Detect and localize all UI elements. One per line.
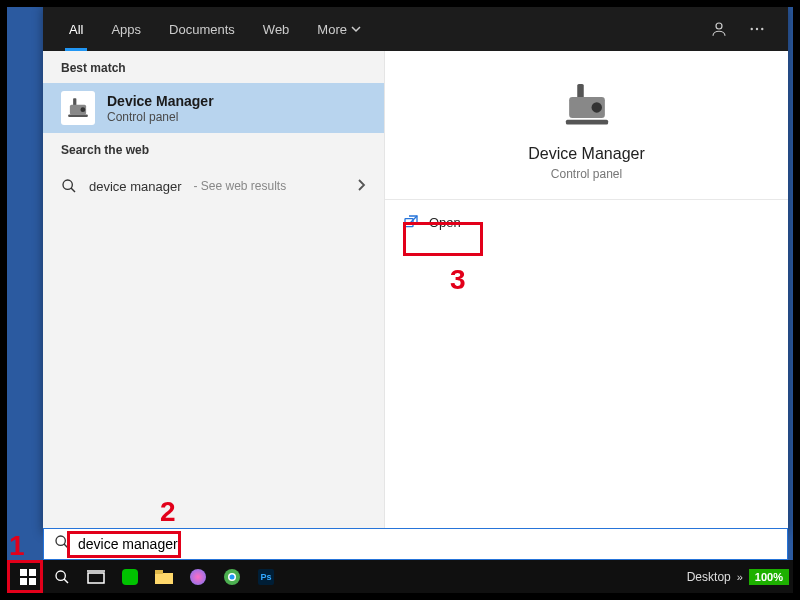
- svg-rect-20: [29, 578, 36, 585]
- web-result-hint: - See web results: [194, 179, 287, 193]
- desktop-label[interactable]: Desktop: [687, 570, 731, 584]
- svg-point-3: [761, 28, 763, 30]
- open-label: Open: [429, 215, 461, 230]
- preview-title: Device Manager: [528, 145, 645, 163]
- more-options-icon[interactable]: [738, 7, 776, 51]
- search-tab-bar: All Apps Documents Web More: [43, 7, 788, 51]
- svg-point-8: [63, 180, 72, 189]
- svg-line-16: [64, 544, 68, 548]
- best-match-header: Best match: [43, 51, 384, 83]
- svg-rect-13: [565, 120, 607, 125]
- svg-rect-18: [29, 569, 36, 576]
- search-input-bar[interactable]: [43, 528, 788, 560]
- tab-web[interactable]: Web: [249, 7, 304, 51]
- tab-documents[interactable]: Documents: [155, 7, 249, 51]
- svg-point-21: [56, 571, 65, 580]
- task-view-button[interactable]: [79, 560, 113, 593]
- svg-line-9: [71, 188, 75, 192]
- svg-point-15: [56, 536, 65, 545]
- search-input[interactable]: [78, 536, 777, 552]
- feedback-icon[interactable]: [700, 7, 738, 51]
- svg-point-0: [716, 23, 722, 29]
- tab-all[interactable]: All: [55, 7, 97, 51]
- search-icon: [61, 178, 77, 194]
- taskbar-app-photoshop[interactable]: Ps: [249, 560, 283, 593]
- open-icon: [403, 214, 419, 230]
- taskbar-app-line[interactable]: [113, 560, 147, 593]
- svg-rect-17: [20, 569, 27, 576]
- device-manager-icon: [61, 91, 95, 125]
- svg-point-1: [751, 28, 753, 30]
- svg-line-22: [64, 579, 68, 583]
- svg-rect-23: [88, 573, 104, 583]
- preview-subtitle: Control panel: [551, 167, 622, 181]
- taskbar: Ps Desktop » 100%: [7, 560, 793, 593]
- best-match-device-manager[interactable]: Device Manager Control panel: [43, 83, 384, 133]
- search-bar-icon: [54, 534, 70, 554]
- web-result-query: device manager: [89, 179, 182, 194]
- svg-point-12: [591, 102, 601, 112]
- tray-chevron-icon[interactable]: »: [737, 571, 743, 583]
- chevron-right-icon: [356, 177, 366, 195]
- web-result-item[interactable]: device manager - See web results: [43, 165, 384, 207]
- svg-rect-14: [405, 219, 413, 227]
- tab-apps-label: Apps: [111, 22, 141, 37]
- best-match-subtitle: Control panel: [107, 110, 214, 124]
- svg-point-6: [80, 107, 85, 112]
- taskbar-app-chrome[interactable]: [215, 560, 249, 593]
- svg-point-29: [230, 574, 235, 579]
- tab-more-label: More: [317, 22, 347, 37]
- results-preview-column: Device Manager Control panel Open: [385, 51, 788, 533]
- svg-rect-26: [155, 570, 163, 574]
- open-action[interactable]: Open: [385, 200, 788, 244]
- start-button[interactable]: [11, 560, 45, 593]
- svg-rect-25: [155, 573, 173, 584]
- taskbar-app-explorer[interactable]: [147, 560, 181, 593]
- battery-indicator: 100%: [749, 569, 789, 585]
- results-left-column: Best match Device Manager Control panel: [43, 51, 385, 533]
- tab-documents-label: Documents: [169, 22, 235, 37]
- taskbar-search-button[interactable]: [45, 560, 79, 593]
- start-search-panel: All Apps Documents Web More Best match: [43, 7, 788, 533]
- tab-more[interactable]: More: [303, 7, 375, 51]
- search-web-header: Search the web: [43, 133, 384, 165]
- best-match-title: Device Manager: [107, 93, 214, 109]
- chevron-down-icon: [351, 24, 361, 34]
- svg-point-2: [756, 28, 758, 30]
- svg-rect-19: [20, 578, 27, 585]
- tab-apps[interactable]: Apps: [97, 7, 155, 51]
- preview-device-manager-icon: [561, 79, 613, 131]
- svg-rect-7: [68, 115, 88, 117]
- taskbar-app-messenger[interactable]: [181, 560, 215, 593]
- tab-all-label: All: [69, 22, 83, 37]
- tab-web-label: Web: [263, 22, 290, 37]
